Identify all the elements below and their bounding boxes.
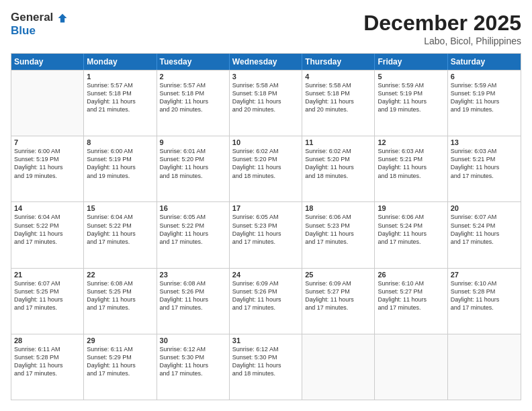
day-number: 14 xyxy=(14,204,81,212)
day-number: 25 xyxy=(305,271,371,279)
calendar-cell-24: 24Sunrise: 6:09 AM Sunset: 5:26 PM Dayli… xyxy=(230,269,302,334)
calendar-cell-1: 1Sunrise: 5:57 AM Sunset: 5:18 PM Daylig… xyxy=(84,71,157,136)
day-number: 29 xyxy=(87,336,153,345)
cell-info: Sunrise: 6:01 AM Sunset: 5:20 PM Dayligh… xyxy=(160,147,226,180)
cell-info: Sunrise: 6:02 AM Sunset: 5:20 PM Dayligh… xyxy=(232,147,299,180)
logo: General Blue xyxy=(11,11,69,38)
cell-info: Sunrise: 6:07 AM Sunset: 5:25 PM Dayligh… xyxy=(14,279,81,312)
cell-info: Sunrise: 5:59 AM Sunset: 5:19 PM Dayligh… xyxy=(378,81,444,114)
cell-info: Sunrise: 6:12 AM Sunset: 5:30 PM Dayligh… xyxy=(160,345,226,378)
cell-info: Sunrise: 6:03 AM Sunset: 5:21 PM Dayligh… xyxy=(378,147,444,180)
calendar-cell-23: 23Sunrise: 6:08 AM Sunset: 5:26 PM Dayli… xyxy=(157,269,230,334)
calendar-cell-empty xyxy=(302,334,375,400)
cell-info: Sunrise: 6:06 AM Sunset: 5:23 PM Dayligh… xyxy=(305,213,371,246)
logo-blue: Blue xyxy=(11,24,36,37)
calendar-cell-31: 31Sunrise: 6:12 AM Sunset: 5:30 PM Dayli… xyxy=(230,334,302,400)
calendar-row-4: 21Sunrise: 6:07 AM Sunset: 5:25 PM Dayli… xyxy=(11,268,521,334)
calendar-row-2: 7Sunrise: 6:00 AM Sunset: 5:19 PM Daylig… xyxy=(11,136,521,201)
weekday-header-saturday: Saturday xyxy=(448,54,521,70)
calendar-cell-7: 7Sunrise: 6:00 AM Sunset: 5:19 PM Daylig… xyxy=(11,136,84,201)
cell-info: Sunrise: 6:07 AM Sunset: 5:24 PM Dayligh… xyxy=(451,213,518,246)
calendar-cell-30: 30Sunrise: 6:12 AM Sunset: 5:30 PM Dayli… xyxy=(157,334,230,400)
calendar-cell-27: 27Sunrise: 6:10 AM Sunset: 5:28 PM Dayli… xyxy=(448,269,521,334)
calendar-cell-4: 4Sunrise: 5:58 AM Sunset: 5:18 PM Daylig… xyxy=(302,71,375,136)
cell-info: Sunrise: 6:10 AM Sunset: 5:27 PM Dayligh… xyxy=(378,279,444,312)
svg-marker-0 xyxy=(58,13,66,22)
day-number: 10 xyxy=(232,138,299,146)
day-number: 8 xyxy=(87,138,153,146)
header: General Blue December 2025 Labo, Bicol, … xyxy=(11,11,521,46)
calendar-cell-25: 25Sunrise: 6:09 AM Sunset: 5:27 PM Dayli… xyxy=(302,269,375,334)
calendar-body: 1Sunrise: 5:57 AM Sunset: 5:18 PM Daylig… xyxy=(11,70,521,400)
day-number: 27 xyxy=(451,271,518,279)
calendar-row-3: 14Sunrise: 6:04 AM Sunset: 5:22 PM Dayli… xyxy=(11,201,521,267)
title-block: December 2025 Labo, Bicol, Philippines xyxy=(363,11,521,46)
calendar-cell-empty xyxy=(11,71,84,136)
calendar-cell-5: 5Sunrise: 5:59 AM Sunset: 5:19 PM Daylig… xyxy=(375,71,447,136)
day-number: 4 xyxy=(305,73,371,81)
calendar-cell-2: 2Sunrise: 5:57 AM Sunset: 5:18 PM Daylig… xyxy=(157,71,230,136)
cell-info: Sunrise: 6:03 AM Sunset: 5:21 PM Dayligh… xyxy=(451,147,518,180)
calendar-cell-6: 6Sunrise: 5:59 AM Sunset: 5:19 PM Daylig… xyxy=(448,71,521,136)
month-title: December 2025 xyxy=(363,11,521,36)
calendar-cell-17: 17Sunrise: 6:05 AM Sunset: 5:23 PM Dayli… xyxy=(230,202,302,267)
calendar-row-1: 1Sunrise: 5:57 AM Sunset: 5:18 PM Daylig… xyxy=(11,70,521,136)
calendar-row-5: 28Sunrise: 6:11 AM Sunset: 5:28 PM Dayli… xyxy=(11,334,521,400)
cell-info: Sunrise: 6:12 AM Sunset: 5:30 PM Dayligh… xyxy=(232,345,299,378)
day-number: 18 xyxy=(305,204,371,212)
cell-info: Sunrise: 6:09 AM Sunset: 5:26 PM Dayligh… xyxy=(232,279,299,312)
page: General Blue December 2025 Labo, Bicol, … xyxy=(0,0,532,411)
location: Labo, Bicol, Philippines xyxy=(363,36,521,46)
day-number: 30 xyxy=(160,336,226,345)
calendar-cell-9: 9Sunrise: 6:01 AM Sunset: 5:20 PM Daylig… xyxy=(157,136,230,201)
calendar-cell-empty xyxy=(375,334,447,400)
day-number: 11 xyxy=(305,138,371,146)
day-number: 12 xyxy=(378,138,444,146)
cell-info: Sunrise: 5:59 AM Sunset: 5:19 PM Dayligh… xyxy=(451,81,518,114)
cell-info: Sunrise: 6:11 AM Sunset: 5:29 PM Dayligh… xyxy=(87,345,153,378)
day-number: 13 xyxy=(451,138,518,146)
calendar-cell-10: 10Sunrise: 6:02 AM Sunset: 5:20 PM Dayli… xyxy=(230,136,302,201)
calendar-cell-16: 16Sunrise: 6:05 AM Sunset: 5:22 PM Dayli… xyxy=(157,202,230,267)
cell-info: Sunrise: 5:57 AM Sunset: 5:18 PM Dayligh… xyxy=(87,81,153,114)
weekday-header-tuesday: Tuesday xyxy=(157,54,230,70)
cell-info: Sunrise: 5:58 AM Sunset: 5:18 PM Dayligh… xyxy=(232,81,299,114)
calendar-cell-26: 26Sunrise: 6:10 AM Sunset: 5:27 PM Dayli… xyxy=(375,269,447,334)
calendar-cell-12: 12Sunrise: 6:03 AM Sunset: 5:21 PM Dayli… xyxy=(375,136,447,201)
calendar-cell-3: 3Sunrise: 5:58 AM Sunset: 5:18 PM Daylig… xyxy=(230,71,302,136)
cell-info: Sunrise: 6:00 AM Sunset: 5:19 PM Dayligh… xyxy=(87,147,153,180)
cell-info: Sunrise: 6:04 AM Sunset: 5:22 PM Dayligh… xyxy=(87,213,153,246)
cell-info: Sunrise: 6:00 AM Sunset: 5:19 PM Dayligh… xyxy=(14,147,81,180)
cell-info: Sunrise: 6:09 AM Sunset: 5:27 PM Dayligh… xyxy=(305,279,371,312)
day-number: 6 xyxy=(451,73,518,81)
day-number: 26 xyxy=(378,271,444,279)
cell-info: Sunrise: 6:10 AM Sunset: 5:28 PM Dayligh… xyxy=(451,279,518,312)
day-number: 7 xyxy=(14,138,81,146)
day-number: 28 xyxy=(14,336,81,345)
weekday-header-sunday: Sunday xyxy=(11,54,84,70)
calendar-cell-empty xyxy=(448,334,521,400)
calendar-cell-15: 15Sunrise: 6:04 AM Sunset: 5:22 PM Dayli… xyxy=(84,202,157,267)
cell-info: Sunrise: 5:57 AM Sunset: 5:18 PM Dayligh… xyxy=(160,81,226,114)
calendar-cell-22: 22Sunrise: 6:08 AM Sunset: 5:25 PM Dayli… xyxy=(84,269,157,334)
day-number: 5 xyxy=(378,73,444,81)
cell-info: Sunrise: 6:06 AM Sunset: 5:24 PM Dayligh… xyxy=(378,213,444,246)
calendar: SundayMondayTuesdayWednesdayThursdayFrid… xyxy=(11,53,521,400)
day-number: 19 xyxy=(378,204,444,212)
cell-info: Sunrise: 6:05 AM Sunset: 5:22 PM Dayligh… xyxy=(160,213,226,246)
cell-info: Sunrise: 5:58 AM Sunset: 5:18 PM Dayligh… xyxy=(305,81,371,114)
calendar-header: SundayMondayTuesdayWednesdayThursdayFrid… xyxy=(11,54,521,70)
calendar-cell-13: 13Sunrise: 6:03 AM Sunset: 5:21 PM Dayli… xyxy=(448,136,521,201)
calendar-cell-8: 8Sunrise: 6:00 AM Sunset: 5:19 PM Daylig… xyxy=(84,136,157,201)
calendar-cell-11: 11Sunrise: 6:02 AM Sunset: 5:20 PM Dayli… xyxy=(302,136,375,201)
day-number: 15 xyxy=(87,204,153,212)
day-number: 2 xyxy=(160,73,226,81)
calendar-cell-21: 21Sunrise: 6:07 AM Sunset: 5:25 PM Dayli… xyxy=(11,269,84,334)
calendar-cell-29: 29Sunrise: 6:11 AM Sunset: 5:29 PM Dayli… xyxy=(84,334,157,400)
day-number: 24 xyxy=(232,271,299,279)
day-number: 22 xyxy=(87,271,153,279)
weekday-header-friday: Friday xyxy=(375,54,447,70)
day-number: 1 xyxy=(87,73,153,81)
cell-info: Sunrise: 6:08 AM Sunset: 5:26 PM Dayligh… xyxy=(160,279,226,312)
weekday-header-wednesday: Wednesday xyxy=(230,54,302,70)
